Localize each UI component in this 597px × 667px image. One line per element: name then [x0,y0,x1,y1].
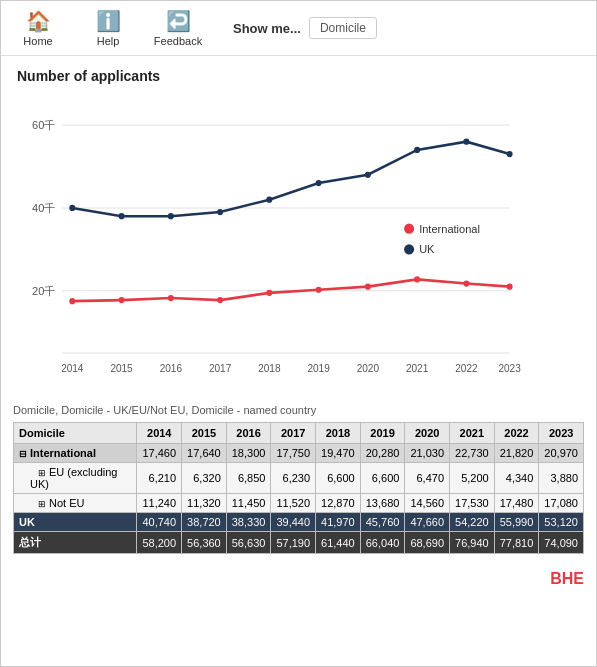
svg-point-17 [69,205,75,211]
bhe-logo: BHE [1,566,596,592]
table-section: Domicile, Domicile - UK/EU/Not EU, Domic… [1,396,596,566]
row-value: 6,850 [226,463,271,494]
svg-point-21 [266,197,272,203]
row-label: ⊞EU (excluding UK) [14,463,137,494]
row-value: 18,300 [226,444,271,463]
row-label: UK [14,513,137,532]
svg-text:2015: 2015 [110,362,133,373]
svg-text:2023: 2023 [498,362,521,373]
svg-text:UK: UK [419,243,435,255]
domicile-badge[interactable]: Domicile [309,17,377,39]
col-header-2020: 2020 [405,423,450,444]
svg-text:2017: 2017 [209,362,232,373]
chart-svg: 60千 40千 20千 2014 2015 2016 2017 2018 201… [17,94,580,384]
svg-text:60千: 60千 [32,119,55,131]
row-value: 21,030 [405,444,450,463]
row-label: ⊟International [14,444,137,463]
row-value: 40,740 [137,513,182,532]
row-value: 20,280 [360,444,405,463]
svg-text:40千: 40千 [32,202,55,214]
chart-section: Number of applicants 60千 40千 20千 2014 20… [1,56,596,396]
table-header-row: Domicile 2014 2015 2016 2017 2018 2019 2… [14,423,584,444]
help-icon: ℹ️ [96,9,121,33]
row-value: 74,090 [539,532,584,554]
col-header-domicile: Domicile [14,423,137,444]
row-label: 总计 [14,532,137,554]
svg-point-37 [404,223,414,233]
svg-point-26 [507,151,513,157]
row-value: 38,330 [226,513,271,532]
row-value: 76,940 [450,532,495,554]
svg-point-32 [316,287,322,293]
row-value: 68,690 [405,532,450,554]
table-row: 总计58,20056,36056,63057,19061,44066,04068… [14,532,584,554]
svg-text:2018: 2018 [258,362,281,373]
home-button[interactable]: 🏠 Home [13,9,63,47]
home-icon: 🏠 [26,9,51,33]
svg-point-19 [168,213,174,219]
show-me-area: Show me... Domicile [233,17,377,39]
row-value: 56,360 [182,532,227,554]
svg-text:2016: 2016 [160,362,183,373]
show-me-label: Show me... [233,21,301,36]
row-value: 77,810 [494,532,539,554]
row-value: 53,120 [539,513,584,532]
row-value: 3,880 [539,463,584,494]
row-value: 39,440 [271,513,316,532]
col-header-2016: 2016 [226,423,271,444]
help-button[interactable]: ℹ️ Help [83,9,133,47]
svg-text:20千: 20千 [32,285,55,297]
row-value: 21,820 [494,444,539,463]
row-value: 17,460 [137,444,182,463]
table-subtitle: Domicile, Domicile - UK/EU/Not EU, Domic… [13,404,584,416]
svg-text:2022: 2022 [455,362,478,373]
svg-point-30 [217,297,223,303]
svg-text:2014: 2014 [61,362,84,373]
svg-point-36 [507,284,513,290]
col-header-2014: 2014 [137,423,182,444]
svg-text:2021: 2021 [406,362,429,373]
row-value: 58,200 [137,532,182,554]
row-value: 22,730 [450,444,495,463]
table-row: ⊞Not EU11,24011,32011,45011,52012,87013,… [14,494,584,513]
col-header-2018: 2018 [316,423,361,444]
row-value: 57,190 [271,532,316,554]
col-header-2015: 2015 [182,423,227,444]
svg-point-23 [365,172,371,178]
row-value: 56,630 [226,532,271,554]
feedback-button[interactable]: ↩️ Feedback [153,9,203,47]
svg-point-39 [404,244,414,254]
chart-title: Number of applicants [17,68,580,84]
table-row: UK40,74038,72038,33039,44041,97045,76047… [14,513,584,532]
row-value: 6,600 [360,463,405,494]
feedback-icon: ↩️ [166,9,191,33]
row-value: 55,990 [494,513,539,532]
row-value: 19,470 [316,444,361,463]
row-label: ⊞Not EU [14,494,137,513]
row-value: 4,340 [494,463,539,494]
row-value: 66,040 [360,532,405,554]
home-label: Home [23,35,52,47]
help-label: Help [97,35,120,47]
svg-point-35 [463,280,469,286]
svg-point-31 [266,290,272,296]
row-value: 5,200 [450,463,495,494]
feedback-label: Feedback [154,35,202,47]
svg-text:2019: 2019 [307,362,330,373]
toolbar: 🏠 Home ℹ️ Help ↩️ Feedback Show me... Do… [1,1,596,56]
svg-point-22 [316,180,322,186]
row-value: 17,080 [539,494,584,513]
table-row: ⊟International17,46017,64018,30017,75019… [14,444,584,463]
row-value: 17,750 [271,444,316,463]
svg-point-24 [414,147,420,153]
row-value: 20,970 [539,444,584,463]
row-value: 41,970 [316,513,361,532]
row-value: 6,320 [182,463,227,494]
row-value: 17,480 [494,494,539,513]
svg-point-20 [217,209,223,215]
row-value: 13,680 [360,494,405,513]
row-value: 6,210 [137,463,182,494]
row-value: 6,230 [271,463,316,494]
svg-point-25 [463,139,469,145]
row-value: 38,720 [182,513,227,532]
